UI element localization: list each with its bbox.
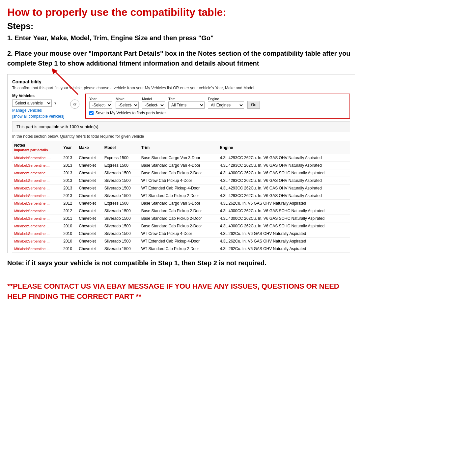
- save-label: Save to My Vehicles to finds parts faste…: [96, 111, 166, 115]
- cell-make: Chevrolet: [77, 200, 102, 207]
- cell-make: Chevrolet: [77, 185, 102, 192]
- cell-trim: Base Standard Cab Pickup 2-Door: [139, 169, 218, 177]
- cell-year: 2012: [61, 207, 77, 215]
- cell-engine: 4.3L 4293CC 262Cu. In. V6 GAS OHV Natura…: [218, 192, 350, 200]
- cell-make: Chevrolet: [77, 222, 102, 230]
- table-row: Mfrlabel:Serpentine ...2012ChevroletSilv…: [12, 207, 350, 215]
- show-all-link[interactable]: [show all compatible vehicles]: [12, 114, 64, 119]
- table-row: Mfrlabel:Serpentine ...2013ChevroletSilv…: [12, 185, 350, 192]
- table-row: Mfrlabel:Serpentine ...2011ChevroletSilv…: [12, 215, 350, 222]
- cell-model: Silverado 1500: [102, 222, 139, 230]
- cell-model: Silverado 1500: [102, 207, 139, 215]
- or-circle: or: [70, 100, 79, 109]
- cell-trim: WT Standard Cab Pickup 2-Door: [139, 245, 218, 253]
- manage-vehicles-link[interactable]: Manage vehicles: [12, 108, 64, 113]
- cell-year: 2010: [61, 230, 77, 238]
- cell-year: 2013: [61, 169, 77, 177]
- steps-heading: Steps:: [7, 21, 355, 31]
- cell-engine: 4.3L 262Cu. In. V6 GAS OHV Naturally Asp…: [218, 245, 350, 253]
- cell-make: Chevrolet: [77, 154, 102, 162]
- cell-trim: WT Extended Cab Pickup 4-Door: [139, 185, 218, 192]
- cell-model: Silverado 1500: [102, 185, 139, 192]
- cell-trim: WT Crew Cab Pickup 4-Door: [139, 177, 218, 185]
- table-row: Mfrlabel:Serpentine....2013ChevroletSilv…: [12, 169, 350, 177]
- table-row: Mfrlabel:Serpentine ...2010ChevroletSilv…: [12, 238, 350, 245]
- cell-engine: 4.3L 4293CC 262Cu. In. V6 GAS OHV Natura…: [218, 185, 350, 192]
- engine-select[interactable]: All Engines: [208, 101, 244, 109]
- note-text: Note: if it says your vehicle is not com…: [7, 258, 355, 268]
- cell-year: 2013: [61, 177, 77, 185]
- cell-trim: Base Standard Cab Pickup 2-Door: [139, 215, 218, 222]
- cell-year: 2013: [61, 154, 77, 162]
- cell-engine: 4.3L 4300CC 262Cu. In. V6 GAS SOHC Natur…: [218, 222, 350, 230]
- cell-model: Silverado 1500: [102, 245, 139, 253]
- table-row: Mfrlabel:Serpentine ...2010ChevroletSilv…: [12, 245, 350, 253]
- cell-make: Chevrolet: [77, 215, 102, 222]
- cell-model: Express 1500: [102, 162, 139, 169]
- cell-make: Chevrolet: [77, 192, 102, 200]
- vehicle-select[interactable]: Select a vehicle: [12, 100, 52, 107]
- cell-trim: WT Extended Cab Pickup 4-Door: [139, 238, 218, 245]
- year-make-engine-section: Year -Select- Make -Select- Model: [85, 94, 350, 119]
- year-field-group: Year -Select-: [89, 97, 112, 109]
- engine-label: Engine: [208, 97, 244, 101]
- trim-label: Trim: [168, 97, 205, 101]
- cell-trim: WT Crew Cab Pickup 4-Door: [139, 230, 218, 238]
- table-row: Mfrlabel:Serpentine ....2013ChevroletExp…: [12, 154, 350, 162]
- notes-sub-label: Important part details: [14, 148, 48, 152]
- engine-field-group: Engine All Engines: [208, 97, 244, 109]
- cell-make: Chevrolet: [77, 245, 102, 253]
- table-row: Mfrlabel:Serpentine ...2010ChevroletSilv…: [12, 222, 350, 230]
- cell-engine: 4.3L 4293CC 262Cu. In. V6 GAS OHV Natura…: [218, 177, 350, 185]
- cell-trim: Base Standard Cargo Van 3-Door: [139, 154, 218, 162]
- step2-text: 2. Place your mouse over "Important Part…: [7, 48, 355, 68]
- cell-model: Silverado 1500: [102, 230, 139, 238]
- cell-make: Chevrolet: [77, 177, 102, 185]
- cell-model: Express 1500: [102, 200, 139, 207]
- make-header: Make: [77, 141, 102, 154]
- notes-header-cell: Notes Important part details: [12, 141, 61, 154]
- cell-engine: 4.3L 4293CC 262Cu. In. V6 GAS OHV Natura…: [218, 162, 350, 169]
- cell-year: 2010: [61, 222, 77, 230]
- cell-make: Chevrolet: [77, 238, 102, 245]
- cell-trim: WT Standard Cab Pickup 2-Door: [139, 192, 218, 200]
- table-row: Mfrlabel:Serpentine ...2013ChevroletSilv…: [12, 192, 350, 200]
- year-select[interactable]: -Select-: [89, 101, 112, 109]
- go-button[interactable]: Go: [247, 101, 260, 109]
- table-row: Mfrlabel:Serpentine....2013ChevroletExpr…: [12, 162, 350, 169]
- save-checkbox[interactable]: [89, 111, 94, 115]
- model-field-group: Model -Select-: [142, 97, 165, 109]
- make-select[interactable]: -Select-: [116, 101, 139, 109]
- engine-header: Engine: [218, 141, 350, 154]
- cell-engine: 4.3L 262Cu. In. V6 GAS OHV Naturally Asp…: [218, 200, 350, 207]
- cell-model: Silverado 1500: [102, 177, 139, 185]
- quantity-note: In the notes section below, Quantity ref…: [12, 134, 350, 139]
- cell-engine: 4.3L 262Cu. In. V6 GAS OHV Naturally Asp…: [218, 230, 350, 238]
- cell-year: 2010: [61, 245, 77, 253]
- compatibility-table: Notes Important part details Year Make M…: [12, 141, 350, 253]
- trim-header: Trim: [139, 141, 218, 154]
- compatible-count: This part is compatible with 1000 vehicl…: [12, 121, 350, 132]
- table-row: Mfrlabel:Serpentine ...2010ChevroletSilv…: [12, 230, 350, 238]
- cell-year: 2013: [61, 162, 77, 169]
- trim-field-group: Trim All Trims: [168, 97, 205, 109]
- cell-model: Silverado 1500: [102, 215, 139, 222]
- model-select[interactable]: -Select-: [142, 101, 165, 109]
- table-row: Mfrlabel:Serpentine ...2012ChevroletExpr…: [12, 200, 350, 207]
- cell-engine: 4.3L 262Cu. In. V6 GAS OHV Naturally Asp…: [218, 238, 350, 245]
- cell-model: Silverado 1500: [102, 238, 139, 245]
- cell-engine: 4.3L 4293CC 262Cu. In. V6 GAS OHV Natura…: [218, 154, 350, 162]
- cell-engine: 4.3L 4300CC 262Cu. In. V6 GAS SOHC Natur…: [218, 169, 350, 177]
- compatibility-section: Compatibility To confirm that this part …: [7, 74, 355, 253]
- cell-make: Chevrolet: [77, 207, 102, 215]
- trim-select[interactable]: All Trims: [168, 101, 205, 109]
- year-label: Year: [89, 97, 112, 101]
- cell-trim: Base Standard Cargo Van 3-Door: [139, 200, 218, 207]
- cell-trim: Base Standard Cab Pickup 2-Door: [139, 207, 218, 215]
- cell-model: Silverado 1500: [102, 169, 139, 177]
- svg-line-0: [55, 72, 78, 95]
- cell-trim: Base Standard Cab Pickup 2-Door: [139, 222, 218, 230]
- red-arrow-icon: [45, 68, 85, 98]
- dropdown-arrow-icon: ▼: [54, 101, 57, 105]
- cell-year: 2013: [61, 192, 77, 200]
